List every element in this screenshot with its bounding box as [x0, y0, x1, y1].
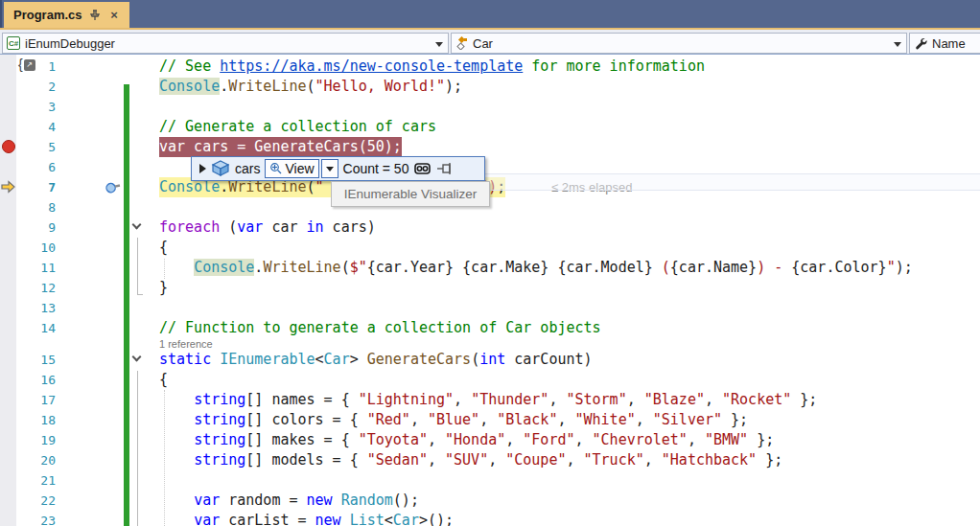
code-line: 20 string[] models = { "Sedan", "SUV", "… — [0, 450, 980, 470]
current-statement-arrow[interactable] — [1, 180, 15, 197]
code-line: 2Console.WriteLine("Hello, World!"); — [0, 77, 980, 97]
project-dropdown[interactable]: C# iEnumDebugger — [2, 33, 449, 54]
code-text: Console.WriteLine("Hello, World!"); — [159, 77, 462, 97]
line-number: 15 — [23, 350, 56, 370]
tab-strip: Program.cs × — [0, 0, 980, 28]
code-text: Console.WriteLine($"{car.Year} {car.Make… — [159, 258, 913, 278]
tab-title: Program.cs — [13, 8, 82, 22]
visualizer-tooltip-text: IEnumerable Visualizer — [344, 187, 478, 201]
line-number: 19 — [23, 430, 56, 450]
code-line: 11 Console.WriteLine($"{car.Year} {car.M… — [0, 258, 980, 278]
line-number: 23 — [23, 511, 56, 526]
code-text: string[] colors = { "Red", "Blue", "Blac… — [159, 410, 748, 430]
code-line: 1// See https://aka.ms/new-console-templ… — [0, 57, 980, 77]
type-dropdown-value: Car — [473, 36, 493, 51]
pin-icon[interactable] — [89, 9, 102, 21]
line-number: 10 — [23, 238, 56, 258]
chevron-down-icon[interactable] — [894, 42, 901, 47]
code-text: // See https://aka.ms/new-console-templa… — [159, 57, 705, 77]
line-number: 9 — [23, 217, 56, 238]
code-line: 4// Generate a collection of cars — [0, 117, 980, 137]
magnifier-grid-icon — [269, 162, 283, 175]
code-line: 23 var carList = new List<Car>(); — [0, 511, 980, 526]
code-text: { — [159, 238, 168, 258]
code-line: 3 — [0, 97, 980, 117]
view-button-label: View — [285, 161, 314, 176]
code-line: 5var cars = GenerateCars(50); — [0, 137, 980, 157]
code-text: { — [159, 370, 168, 390]
line-number: 5 — [23, 137, 56, 157]
line-number: 8 — [23, 197, 56, 217]
datatip-expression: cars — [235, 161, 260, 176]
pin-to-source-icon[interactable] — [436, 162, 454, 175]
view-visualizer-button[interactable]: View — [265, 159, 318, 178]
fold-chevron-icon[interactable] — [131, 354, 142, 364]
member-dropdown[interactable]: Name — [909, 33, 980, 54]
code-line: 13 — [0, 298, 980, 318]
project-dropdown-value: iEnumDebugger — [25, 36, 115, 51]
wrench-icon — [914, 36, 928, 51]
code-editor[interactable]: {↗ 1// See https://aka.ms/new-console-te… — [0, 55, 980, 526]
chevron-down-icon[interactable] — [435, 42, 443, 47]
code-text: var cars = GenerateCars(50); — [159, 137, 402, 157]
line-number: 20 — [23, 450, 56, 470]
code-text: string[] makes = { "Toyota", "Honda", "F… — [159, 430, 774, 450]
line-number: 6 — [23, 157, 56, 177]
type-dropdown[interactable]: Car — [451, 33, 907, 54]
line-number: 2 — [23, 77, 56, 97]
code-line: 10{ — [0, 238, 980, 258]
code-text: // Function to generate a collection of … — [159, 318, 601, 338]
datatip-popup[interactable]: cars View Count = 50 — [191, 156, 485, 181]
code-text: var carList = new List<Car>(); — [159, 511, 454, 526]
code-line: 17 string[] names = { "Lightning", "Thun… — [0, 390, 980, 410]
code-text: var random = new Random(); — [159, 491, 419, 511]
line-number: 21 — [23, 470, 56, 491]
vs-editor-window: Program.cs × C# iEnumDebugger Car Name — [0, 0, 980, 526]
line-number: 3 — [23, 97, 56, 117]
visualizer-tooltip: IEnumerable Visualizer — [331, 181, 490, 207]
line-number: 4 — [23, 117, 56, 137]
expander-icon[interactable] — [199, 164, 206, 173]
line-number: 22 — [23, 491, 56, 511]
line-number: 14 — [23, 318, 56, 338]
datatip-pin-band — [484, 173, 980, 191]
code-line: 9foreach (var car in cars) — [0, 217, 980, 238]
line-number: 13 — [23, 298, 56, 318]
copilot-icon[interactable] — [413, 162, 432, 176]
navigation-bar: C# iEnumDebugger Car Name — [0, 28, 980, 55]
code-text: } — [159, 278, 168, 298]
code-line: 21 — [0, 470, 980, 491]
line-number: 18 — [23, 410, 56, 430]
line-number: 12 — [23, 278, 56, 298]
codelens-references[interactable]: 1 reference — [159, 338, 213, 350]
code-line: 12} — [0, 278, 980, 298]
datatip-count: Count = 50 — [343, 161, 409, 176]
code-text: string[] names = { "Lightning", "Thunder… — [159, 390, 817, 410]
line-number: 16 — [23, 370, 56, 390]
code-text: // Generate a collection of cars — [159, 117, 436, 137]
code-text: foreach (var car in cars) — [159, 217, 376, 238]
code-line: 15static IEnumerable<Car> GenerateCars(i… — [0, 350, 980, 370]
tab-program-cs[interactable]: Program.cs × — [4, 2, 129, 28]
code-line: 18 string[] colors = { "Red", "Blue", "B… — [0, 410, 980, 430]
fold-chevron-icon[interactable] — [131, 221, 142, 232]
visualizer-dropdown-button[interactable] — [321, 159, 338, 178]
line-number: 7 — [23, 177, 56, 197]
code-line: 14// Function to generate a collection o… — [0, 318, 980, 338]
line-number: 1 — [23, 57, 56, 77]
line-number: 11 — [23, 258, 56, 278]
csharp-project-icon: C# — [7, 36, 20, 50]
code-line: 22 var random = new Random(); — [0, 491, 980, 511]
code-line: 16{ — [0, 370, 980, 390]
collection-icon — [211, 160, 230, 177]
code-text: static IEnumerable<Car> GenerateCars(int… — [159, 350, 593, 370]
code-line: 19 string[] makes = { "Toyota", "Honda",… — [0, 430, 980, 450]
code-text: string[] models = { "Sedan", "SUV", "Cou… — [159, 450, 782, 470]
member-dropdown-value: Name — [932, 36, 966, 51]
close-icon[interactable]: × — [108, 9, 121, 21]
class-icon — [455, 36, 469, 50]
line-number: 17 — [23, 390, 56, 410]
code-line: 8 — [0, 197, 980, 217]
breakpoint-indicator[interactable] — [2, 140, 15, 153]
